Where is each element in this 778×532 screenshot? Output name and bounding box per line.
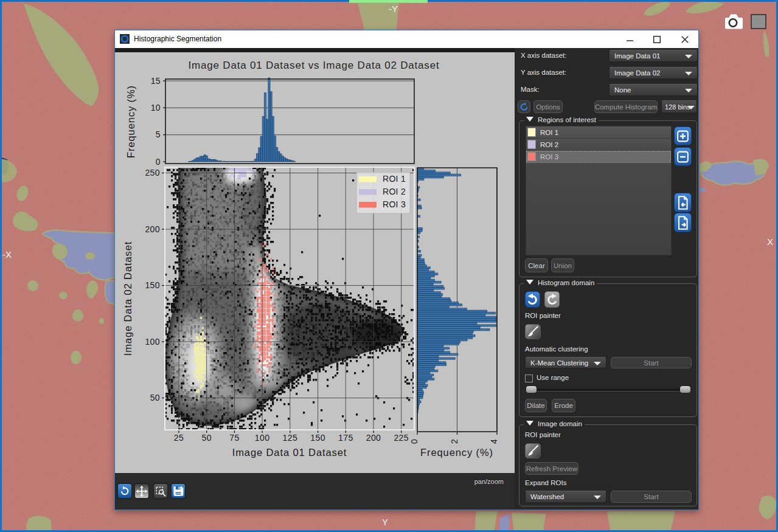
svg-text:200: 200 bbox=[145, 224, 160, 234]
svg-text:75: 75 bbox=[229, 433, 239, 443]
svg-text:125: 125 bbox=[283, 433, 298, 443]
svg-text:ROI 2: ROI 2 bbox=[383, 187, 406, 196]
svg-text:25: 25 bbox=[174, 433, 184, 443]
svg-text:Frequency (%): Frequency (%) bbox=[420, 447, 493, 458]
svg-text:50: 50 bbox=[202, 433, 212, 443]
svg-text:100: 100 bbox=[255, 433, 270, 443]
svg-text:ROI 1: ROI 1 bbox=[383, 174, 406, 184]
svg-text:0: 0 bbox=[156, 157, 161, 167]
svg-text:X: X bbox=[767, 237, 773, 247]
svg-text:ROI 3: ROI 3 bbox=[383, 199, 406, 209]
svg-text:150: 150 bbox=[145, 280, 160, 290]
svg-text:175: 175 bbox=[338, 433, 353, 443]
svg-text:0: 0 bbox=[409, 439, 419, 444]
svg-text:Image Data 01 Dataset vs Image: Image Data 01 Dataset vs Image Data 02 D… bbox=[189, 60, 440, 71]
svg-text:50: 50 bbox=[150, 393, 160, 402]
svg-text:Frequency (%): Frequency (%) bbox=[125, 85, 136, 158]
svg-text:-X: -X bbox=[2, 249, 12, 260]
svg-text:5: 5 bbox=[156, 130, 161, 139]
svg-text:200: 200 bbox=[366, 433, 381, 443]
svg-text:100: 100 bbox=[145, 337, 160, 347]
svg-text:250: 250 bbox=[145, 168, 160, 178]
svg-text:4: 4 bbox=[489, 439, 499, 444]
svg-text:225: 225 bbox=[394, 433, 409, 443]
svg-text:10: 10 bbox=[151, 103, 161, 112]
svg-text:150: 150 bbox=[310, 433, 325, 443]
svg-text:Image Data 01 Dataset: Image Data 01 Dataset bbox=[232, 447, 347, 458]
svg-text:2: 2 bbox=[450, 439, 459, 444]
svg-text:Y: Y bbox=[382, 517, 388, 527]
svg-text:-Y: -Y bbox=[389, 4, 398, 14]
svg-text:15: 15 bbox=[151, 76, 161, 86]
svg-text:Image Data 02 Dataset: Image Data 02 Dataset bbox=[122, 241, 133, 356]
